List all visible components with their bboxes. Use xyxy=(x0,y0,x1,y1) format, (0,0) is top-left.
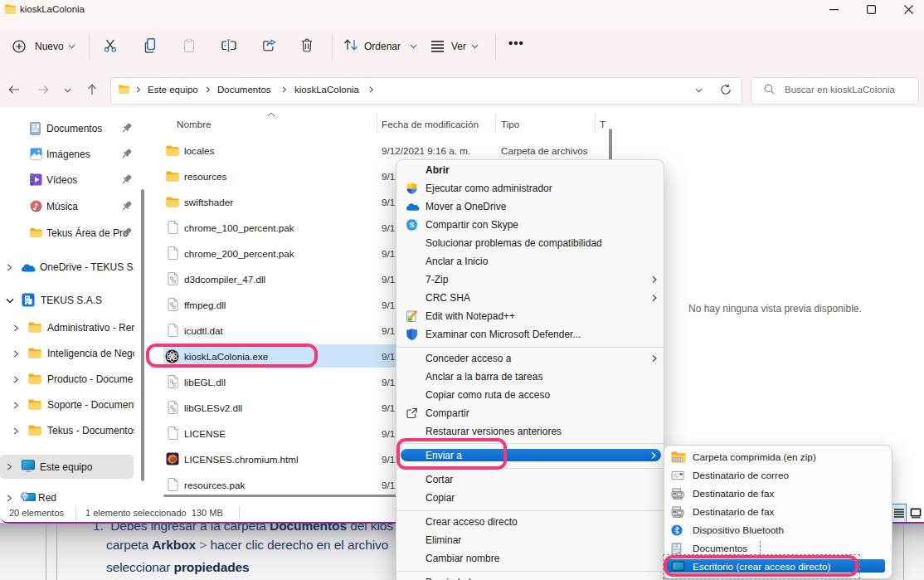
svg-text:S: S xyxy=(409,221,414,229)
